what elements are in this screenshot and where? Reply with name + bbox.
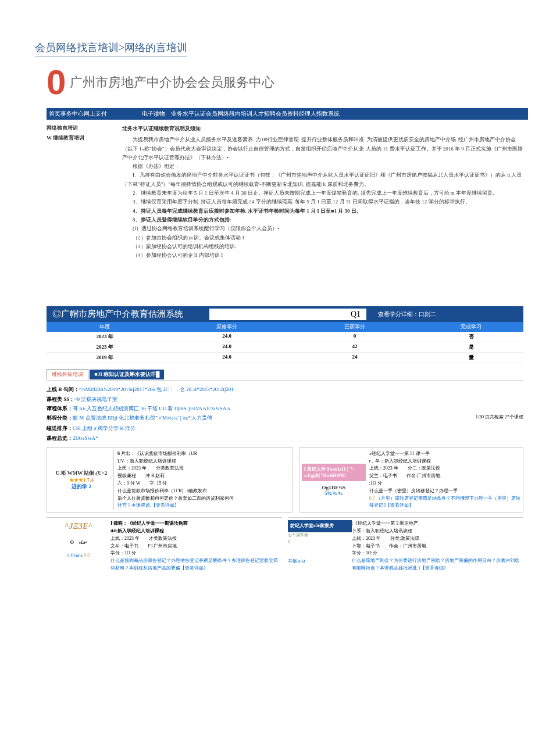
card-r2b: F3 广州市房地.	[148, 543, 178, 549]
card-r1b: 才类政策法投	[149, 536, 177, 541]
navbar: 首页事务中心网上支付 电子读物 业务水平认证会员网络段向培训人才招聘会员资料经理…	[47, 108, 528, 120]
card-title: 片出：《认识货款市场报价利率（UR	[121, 451, 197, 456]
filter-value[interactable]: ^½M2023ft½2019*201St∫2017*266 包 2C：，仑 20…	[79, 386, 234, 392]
breadcrumb-a[interactable]: 会员网络找言培训	[35, 42, 119, 53]
cell-done: 量	[419, 354, 523, 361]
th-done: 完成学习	[419, 323, 523, 331]
card-r1a: 上线：2023 年	[110, 536, 140, 541]
card-r1a: 上氏：2023 年	[117, 465, 147, 471]
card-r2b: 作合：广州市居地.	[389, 543, 427, 549]
card-foot-link[interactable]: 进的学 2	[72, 483, 91, 490]
th-required: 应修学分	[163, 323, 291, 331]
card-r1b: 分二：政策法设	[408, 465, 440, 471]
nav-right[interactable]: 业务水平认证会员网络段向培训人才招聘会员资料经理人指数系统	[171, 110, 340, 118]
card-q[interactable]: 什么是预购商品房僵告登记？办理侬告登记香稠足醐条件？办理彼告登记雷脍交筒些材料？…	[110, 557, 282, 572]
cell-done: 是	[419, 343, 523, 351]
sidebar-item-b[interactable]: W 继续教育培训	[47, 134, 99, 142]
card-r0: :《经纪人学堂一一第 3 果房地产.	[352, 520, 523, 528]
card-r2a: 视级兼程	[117, 473, 136, 478]
filters: 上线 B 勾间：^½M2023ft½2019*201St∫2017*266 包 …	[47, 385, 523, 442]
search-input[interactable]: Q1	[209, 309, 366, 320]
score: 0.0	[84, 553, 90, 558]
o-label: O	[70, 540, 74, 545]
breadcrumb-b[interactable]: 网络的言培训	[124, 42, 187, 53]
tab-active[interactable]: 维续外应培调	[47, 369, 88, 379]
sidebar: 网络独自培训 W 继续教育培训	[47, 120, 99, 144]
filter-value[interactable]: 哥 Iifi 入五色纪人胡朔滚博匚 36 干塔 UU 看 ΠβSS∙¦β¼VA¼…	[73, 406, 230, 411]
card-r3a: 六：9 分 W	[117, 481, 140, 486]
cell-earn: 24	[291, 354, 419, 361]
nav-left[interactable]: 首页事务中心网上支付	[49, 110, 107, 118]
card-r2b: 冲 B.赵莉	[145, 473, 165, 478]
blue-box: 纺纪人学堂e3é家察房	[288, 520, 352, 532]
cell-req: 24.0	[163, 333, 291, 341]
notice-s3: （3）蒙加经协会认可的培训机构组线的培训.	[122, 242, 523, 251]
th-earned: 已获学分	[291, 323, 419, 331]
sidebar-item-a[interactable]: 网络独自培训	[47, 124, 99, 132]
filter-value[interactable]: CSI 上组 # 阀学分学 H.洋分	[73, 425, 135, 431]
cell-year: 2023 年	[47, 343, 163, 351]
card-q: 什么是货款市场报价利率（11'R）?融政发布	[117, 488, 290, 495]
card-r1b: 分类政荒法投	[156, 465, 184, 471]
filter-value[interactable]: 2IA¼S¼A*	[73, 435, 98, 441]
cell-done: 否	[419, 333, 523, 341]
notice-l1: I、凡持有由你会偷发的席地产中介蛀务水平认证证书（包技：《广州市焦地声中介从叱人…	[122, 171, 523, 189]
sub2: 心个须车相	[288, 532, 352, 539]
card-q[interactable]: 什么是席地产则会？为何要进行房地产例给？房地产黑偏的作用目白？房晒户刘给有啪唯特…	[352, 557, 523, 572]
edu-right[interactable]: 查看学分详细：口刻二	[366, 310, 523, 318]
card-r2b: 作名:广州市房地.	[406, 473, 441, 478]
gold-label: ^JΞ3E^	[47, 520, 110, 533]
notice-l4: 4、持证人员每年完成继续教育后应接时参加年检. 水平证书年检时间为每年 1 月 …	[122, 207, 523, 216]
card-r3: 字分：1O 分	[352, 550, 523, 557]
er-label: 耳锎 a¼t	[288, 558, 352, 565]
edu-bar: ◎广帽市房地产中介教育估洲系统 Q1 查看学分详细：口刻二	[47, 306, 523, 322]
card-r2a: 文斗：电子书	[110, 543, 138, 549]
edu-title: ◎广帽市房地产中介教育估洲系统	[47, 306, 209, 322]
notice-s1: (I）遇过协会网络教盲培训系统醍行学习（仅限你会个人会员）•	[122, 224, 523, 233]
thumb-label: U 邓 WMW 站倒‹(U>2	[56, 470, 108, 477]
tab-inactive[interactable]: ■JI 称知认证及蝌水要认吓█	[90, 370, 164, 379]
card-q2[interactable]: （片里）席转席登记需筒足纳条件？不同情即下办理一手（用里）席转移登记 I【查看洋…	[369, 496, 520, 508]
card-r1b: 分类:政策法双	[390, 536, 419, 541]
stars-icon: ★★★1	[69, 477, 86, 483]
course-card[interactable]: I 及纪人学 Stwn1a11 | '*-x.Egji钌"HwfiHWHi Og…	[299, 447, 523, 513]
card-q: 什么是一手（密里）房转移登记？办理一手	[369, 488, 520, 495]
card-num: 6	[117, 451, 120, 456]
card-r0b: r，羊：新入职经纪人培训课程	[369, 458, 520, 465]
card-r1a: 上线：2023 年	[352, 536, 381, 541]
course-card[interactable]: U 邓 WMW 站倒‹(U>2 ★★★1 7.4 进的学 2 6 片出：《认识货…	[47, 447, 293, 513]
card-r3: 学分：1O 分	[110, 550, 282, 557]
pink-box: I 及纪人学 Stwn1a11 | '*-x.Egji钌"HwfiHWHi	[302, 464, 366, 481]
notice-block: 北务水平认证继续教育说明及须知 为提易我市房地产中介从业人员服务水平及道客素养.…	[122, 120, 523, 260]
table-header: 年度 应修学分 已获学分 完成学习	[47, 322, 523, 332]
table-row: 2019 年 24.0 24 量	[47, 353, 523, 363]
card-sub: it#:新入职经纪人培训裸程	[110, 528, 164, 533]
cell-earn: 0	[291, 333, 419, 341]
notice-p1: 为提易我市房地产中介从业人员服务水平及道客素养. 力 08行业巨律音理. 提升行…	[122, 135, 523, 162]
cell-year: 2019 年	[47, 354, 163, 361]
nav-mid[interactable]: 电子读物	[142, 110, 165, 118]
card-thumb: I 及纪人学 Stwn1a11 | '*-x.Egji钌"HwfiHWHi Og…	[302, 450, 366, 510]
breadcrumb-sep: >	[119, 42, 124, 53]
search-text: Q1	[351, 310, 361, 319]
filter-value[interactable]: 畛 M 点簧法统 IIRji 化北整老务礼仪"'≡'M≡¼¼' | 'ea*'人…	[73, 415, 212, 421]
card-more[interactable]: 计宫？本课程通.【查看详如】	[117, 502, 290, 510]
breadcrumb[interactable]: 会员网络找言培训>网络的言培训	[35, 41, 187, 56]
notice-l5: 5、挣证人员登得继续软目学分的方式包括:	[122, 216, 523, 224]
notice-l3: 3、继续仅育采用年度字分制. 持证人员每年须完成 24 字分的继续琉高. 每年 …	[122, 198, 523, 206]
card-r3: :1O 分	[369, 480, 520, 488]
card-thumb: U 邓 WMW 站倒‹(U>2 ★★★1 7.4 进的学 2	[49, 450, 114, 510]
course-card[interactable]: ^JΞ3E^ O «£a• π∙ft¼a¼ 0.0 I 律程：《经纪人学堂一一期…	[47, 517, 282, 572]
cell-year: 2023 年	[47, 333, 163, 341]
th-year: 年度	[47, 323, 163, 331]
logo-row: 0 广州市房地产中介协会会员服务中心	[47, 62, 523, 102]
filter-label: 谭程体系：	[47, 406, 73, 411]
card-r0: «经纪人学堂一一第 11 课一手	[369, 450, 520, 458]
filter-value[interactable]: ^9 父察决说电子室	[74, 396, 117, 402]
score: 7.4	[87, 477, 94, 483]
notice-p2: 根据《办法》坦定：	[122, 162, 523, 171]
page-title: 广州市房地产中介协会会员服务中心	[70, 75, 274, 89]
zero: 0	[288, 539, 352, 546]
filter-label: 课程类 SS：	[47, 396, 74, 402]
course-card[interactable]: 纺纪人学堂e3é家察房 心个须车相 0 耳锎 a¼t :《经纪人学堂一一第 3 …	[288, 517, 523, 572]
